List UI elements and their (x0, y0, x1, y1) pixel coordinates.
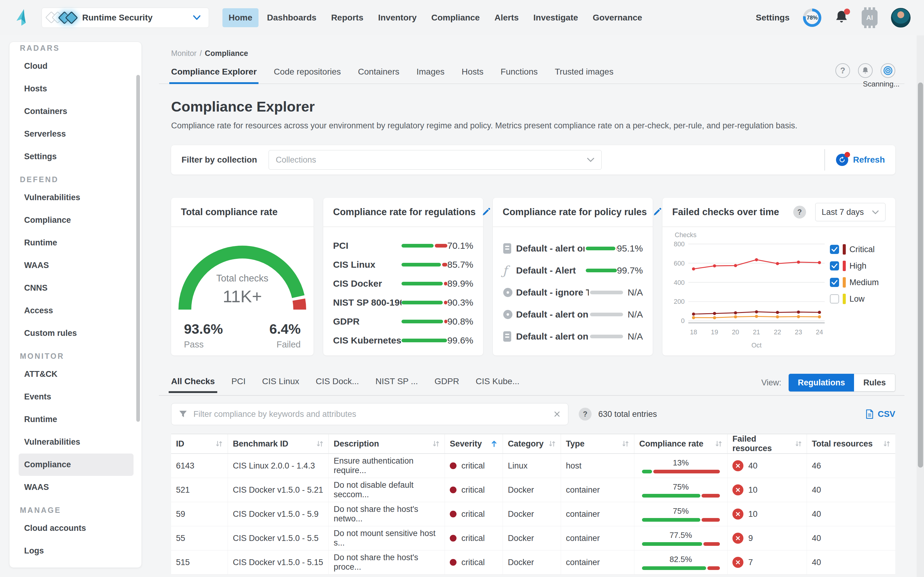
sidebar-item-monitor-vulnerabilities[interactable]: Vulnerabilities (19, 431, 134, 453)
tab-trusted-images[interactable]: Trusted images (555, 67, 613, 84)
page-tabs-row: Compliance Explorer Code repositories Co… (171, 67, 895, 84)
sidebar-item-containers[interactable]: Containers (19, 100, 134, 122)
nav-item-governance[interactable]: Governance (587, 8, 649, 27)
nav-item-investigate[interactable]: Investigate (527, 8, 584, 27)
legend-item-high[interactable]: High (830, 261, 891, 271)
sidebar-item-waas[interactable]: WAAS (19, 254, 134, 277)
check-tab-nist[interactable]: NIST SP ... (375, 377, 418, 392)
edit-icon[interactable] (482, 207, 492, 217)
sidebar-item-compliance[interactable]: Compliance (19, 209, 134, 231)
sidebar-item-defenders[interactable]: Defenders (19, 562, 134, 568)
nav-item-alerts[interactable]: Alerts (488, 8, 525, 27)
sidebar-item-attack[interactable]: ATT&CK (19, 363, 134, 385)
col-id[interactable]: ID (171, 434, 228, 453)
sidebar-item-access[interactable]: Access (19, 300, 134, 322)
tab-code-repositories[interactable]: Code repositories (274, 67, 341, 84)
sidebar-item-monitor-runtime[interactable]: Runtime (19, 408, 134, 430)
sidebar-item-logs[interactable]: Logs (19, 540, 134, 562)
sidebar-item-events[interactable]: Events (19, 386, 134, 408)
col-compliance-rate[interactable]: Compliance rate (634, 434, 727, 453)
user-avatar[interactable] (891, 8, 911, 27)
sidebar-item-vulnerabilities[interactable]: Vulnerabilities (19, 187, 134, 209)
nav-item-inventory[interactable]: Inventory (372, 8, 423, 27)
policy-rule-row[interactable]: Default - ignore T... N/A (503, 282, 643, 303)
regulation-row[interactable]: CIS Docker 89.9% (333, 274, 473, 293)
sidebar-item-serverless[interactable]: Serverless (19, 123, 134, 145)
nav-item-reports[interactable]: Reports (325, 8, 370, 27)
settings-button[interactable]: Settings (756, 13, 790, 23)
col-type[interactable]: Type (561, 434, 634, 453)
policy-rule-row[interactable]: Default - alert on c... 95.1% (503, 237, 643, 259)
tab-images[interactable]: Images (417, 67, 444, 84)
check-tab-cis-kubernetes[interactable]: CIS Kube... (476, 377, 520, 392)
col-benchmark-id[interactable]: Benchmark ID (228, 434, 328, 453)
legend-item-medium[interactable]: Medium (830, 277, 891, 288)
nav-item-dashboards[interactable]: Dashboards (261, 8, 323, 27)
col-description[interactable]: Description (328, 434, 444, 453)
breadcrumb-parent[interactable]: Monitor (171, 49, 196, 58)
sidebar-item-custom-rules[interactable]: Custom rules (19, 322, 134, 345)
legend-item-critical[interactable]: Critical (830, 244, 891, 255)
view-regulations-button[interactable]: Regulations (789, 374, 854, 392)
cell-severity: critical (444, 502, 503, 526)
table-row[interactable]: 55 CIS Docker v1.5.0 - 5.5 Do not mount … (171, 526, 895, 550)
policy-rule-row[interactable]: Default - alert on c... N/A (503, 326, 643, 348)
nav-item-home[interactable]: Home (222, 8, 259, 27)
page-scrollbar[interactable] (918, 82, 923, 467)
check-tab-cis-docker[interactable]: CIS Dock... (316, 377, 359, 392)
scanning-status-button[interactable] (881, 63, 895, 78)
sidebar-scrollbar[interactable] (136, 75, 140, 422)
collections-select[interactable]: Collections (269, 150, 602, 169)
entries-help-icon[interactable]: ? (579, 408, 592, 421)
sidebar-item-runtime[interactable]: Runtime (19, 232, 134, 254)
table-row[interactable]: 521 CIS Docker v1.5.0 - 5.21 Do not disa… (171, 478, 895, 502)
regulation-row[interactable]: CIS Kubernetes 99.6% (333, 331, 473, 350)
sidebar-item-monitor-compliance[interactable]: Compliance (19, 453, 134, 476)
regulation-row[interactable]: NIST SP 800-190 90.3% (333, 293, 473, 312)
regulation-value: 90.8% (448, 316, 473, 327)
tab-containers[interactable]: Containers (358, 67, 399, 84)
export-csv-button[interactable]: CSV (865, 409, 895, 419)
regulation-row[interactable]: GDPR 90.8% (333, 312, 473, 331)
table-row[interactable]: 515 CIS Docker v1.5.0 - 5.15 Do not shar… (171, 550, 895, 575)
usage-progress-ring[interactable]: 78% (803, 8, 821, 27)
regulation-row[interactable]: PCI 70.1% (333, 236, 473, 255)
tab-functions[interactable]: Functions (501, 67, 538, 84)
policy-rule-row[interactable]: ƒ Default - Alert 99.7% (503, 259, 643, 282)
help-icon[interactable]: ? (793, 206, 806, 219)
notifications-button[interactable] (835, 10, 848, 26)
time-range-select[interactable]: Last 7 days (815, 203, 885, 221)
table-row[interactable]: 6143 CIS Linux 2.0.0 - 1.4.3 Ensure auth… (171, 454, 895, 478)
col-total-resources[interactable]: Total resources (806, 434, 895, 453)
sidebar-item-cloud[interactable]: Cloud (19, 55, 134, 77)
col-category[interactable]: Category (503, 434, 561, 453)
check-tab-gdpr[interactable]: GDPR (435, 377, 459, 392)
compliance-filter-input[interactable] (193, 409, 548, 419)
tab-compliance-explorer[interactable]: Compliance Explorer (171, 67, 257, 84)
view-rules-button[interactable]: Rules (854, 374, 895, 392)
help-button[interactable]: ? (835, 63, 850, 78)
product-selector[interactable]: Runtime Security (42, 8, 209, 28)
check-tab-pci[interactable]: PCI (231, 377, 246, 392)
policy-rule-label: Default - Alert (516, 265, 584, 276)
sidebar-item-cloud-accounts[interactable]: Cloud accounts (19, 517, 134, 539)
ai-assistant-button[interactable]: AI (862, 10, 877, 26)
sidebar-item-monitor-waas[interactable]: WAAS (19, 476, 134, 498)
page-notifications-button[interactable] (858, 63, 872, 78)
col-failed-resources[interactable]: Failed resources (727, 434, 806, 453)
regulation-row[interactable]: CIS Linux 85.7% (333, 255, 473, 274)
sidebar-item-cnns[interactable]: CNNS (19, 277, 134, 299)
nav-item-compliance[interactable]: Compliance (425, 8, 486, 27)
table-row[interactable]: 59 CIS Docker v1.5.0 - 5.9 Do not share … (171, 502, 895, 526)
check-tab-cis-linux[interactable]: CIS Linux (262, 377, 299, 392)
sidebar-item-settings[interactable]: Settings (19, 145, 134, 168)
col-severity[interactable]: Severity (444, 434, 503, 453)
sidebar-item-hosts[interactable]: Hosts (19, 77, 134, 100)
clear-icon[interactable] (553, 411, 561, 418)
refresh-button[interactable]: Refresh (836, 154, 885, 166)
legend-item-low[interactable]: Low (830, 294, 891, 304)
check-tab-all-checks[interactable]: All Checks (171, 377, 215, 392)
tab-hosts[interactable]: Hosts (462, 67, 484, 84)
policy-rule-row[interactable]: Default - alert on c... N/A (503, 303, 643, 326)
edit-icon[interactable] (653, 207, 663, 217)
